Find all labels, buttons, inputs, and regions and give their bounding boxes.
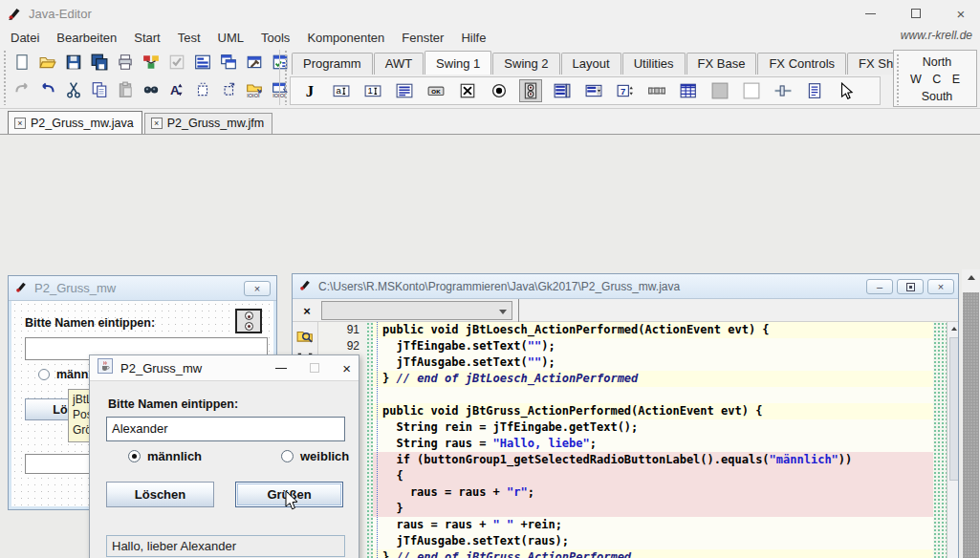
build-window-icon[interactable] — [244, 52, 265, 73]
palette-tab-fx-controls[interactable]: FX Controls — [757, 53, 846, 75]
mouse-cursor — [284, 490, 299, 515]
uml-icon[interactable] — [141, 52, 162, 73]
palette-item-table-icon[interactable] — [677, 79, 700, 102]
program-dialog[interactable]: P2_Gruss_mw × Bitte Namen eintippen: Ale… — [89, 354, 359, 558]
menu-bearbeiten[interactable]: Bearbeiten — [48, 28, 125, 48]
name-input-field[interactable]: Alexander — [106, 417, 345, 441]
redo-icon[interactable] — [11, 79, 33, 100]
palette-item-mouse-icon[interactable] — [835, 79, 858, 102]
code-editor-window[interactable]: C:\Users\R.MSKonto\Programmieren\Java\Gk… — [292, 273, 959, 558]
paste-icon[interactable] — [115, 79, 136, 100]
structure-icon[interactable] — [192, 52, 213, 73]
check-disabled-icon[interactable] — [166, 52, 187, 73]
palette-item-textarea-icon[interactable] — [393, 79, 416, 102]
palette-item-checkbox-icon[interactable] — [456, 79, 479, 102]
close-button[interactable]: × — [942, 0, 980, 27]
palette-tab-layout[interactable]: Layout — [561, 53, 621, 75]
radio-male[interactable]: männlich — [128, 449, 202, 463]
clear-button[interactable]: Löschen — [106, 482, 214, 507]
tab-close-icon[interactable]: × — [14, 118, 26, 129]
minimize-button[interactable] — [851, 0, 889, 27]
palette-tab-awt[interactable]: AWT — [374, 53, 424, 75]
palette-item-java-icon[interactable]: J — [298, 79, 321, 102]
palette-item-panel-gray-icon[interactable] — [708, 79, 731, 102]
open-folder-icon[interactable] — [37, 52, 58, 73]
palette-tab-utilities[interactable]: Utilities — [622, 53, 686, 75]
save-icon[interactable] — [63, 52, 84, 73]
menu-uml[interactable]: UML — [209, 28, 252, 48]
palette-item-slider-icon[interactable] — [772, 79, 795, 102]
menu-datei[interactable]: Datei — [2, 28, 48, 48]
palette-tab-fx-base[interactable]: FX Base — [686, 53, 757, 75]
designer-radio-male[interactable]: männ — [38, 368, 88, 381]
menu-komponenten[interactable]: Komponenten — [298, 28, 393, 48]
panel-frame-icon[interactable] — [218, 79, 239, 100]
dialog-titlebar[interactable]: P2_Gruss_mw × — [90, 355, 359, 381]
toolbar-grip[interactable] — [284, 50, 289, 105]
palette-item-button-icon[interactable]: OK — [425, 79, 447, 102]
palette-item-textpane-icon[interactable] — [803, 79, 826, 102]
palette-tab-swing-2[interactable]: Swing 2 — [492, 53, 559, 75]
find-icon[interactable] — [141, 79, 162, 100]
editor-restore-button[interactable] — [897, 279, 924, 294]
scrollbar-thumb[interactable] — [949, 337, 959, 481]
indent-guide — [377, 322, 378, 558]
palette-item-label-icon[interactable]: a — [330, 79, 353, 102]
scroll-up-icon[interactable] — [962, 269, 980, 286]
font-size-icon[interactable]: A — [166, 79, 187, 100]
new-file-icon[interactable] — [11, 52, 33, 73]
cut-icon[interactable] — [63, 79, 84, 100]
print-icon[interactable] — [115, 52, 136, 73]
editor-titlebar[interactable]: C:\Users\R.MSKonto\Programmieren\Java\Gk… — [293, 274, 958, 299]
menu-hilfe[interactable]: Hilfe — [452, 28, 494, 48]
designer-titlebar[interactable]: P2_Gruss_mw × — [9, 276, 276, 301]
border-south[interactable]: South — [904, 88, 970, 105]
designer-prompt-label[interactable]: Bitte Namen eintippen: — [25, 316, 155, 330]
file-tab-p2-gruss-mw-java[interactable]: ×P2_Gruss_mw.java — [8, 111, 142, 134]
border-north[interactable]: North — [904, 54, 970, 71]
palette-item-scrollbar-icon[interactable] — [645, 79, 668, 102]
border-west-center-east[interactable]: W C E — [904, 71, 970, 88]
dialog-maximize-button[interactable] — [310, 363, 319, 373]
save-all-icon[interactable] — [89, 52, 110, 73]
palette-item-panel-white-icon[interactable] — [740, 79, 763, 102]
editor-scrollbar[interactable] — [947, 322, 959, 558]
main-scrollbar[interactable] — [962, 269, 980, 558]
dialog-minimize-button[interactable] — [275, 368, 287, 369]
greeting-output-field[interactable]: Hallo, lieber Alexander — [106, 535, 345, 557]
designer-radiogroup-component[interactable] — [235, 309, 262, 333]
scrollbar-thumb[interactable] — [963, 292, 979, 558]
palette-item-list-icon[interactable] — [551, 79, 574, 102]
folder-search-icon[interactable] — [294, 326, 316, 347]
menu-test[interactable]: Test — [169, 28, 209, 48]
tab-close-icon[interactable]: × — [151, 118, 163, 129]
menu-start[interactable]: Start — [125, 28, 168, 48]
palette-item-spinner-icon[interactable]: 7 — [614, 79, 637, 102]
radio-female[interactable]: weiblich — [281, 449, 349, 463]
scroll-up-icon[interactable] — [947, 322, 959, 335]
close-method-icon[interactable]: × — [297, 301, 316, 320]
copy-icon[interactable] — [89, 79, 110, 100]
designer-close-button[interactable]: × — [244, 281, 271, 296]
borderlayout-selector[interactable]: North W C E South — [893, 50, 977, 107]
editor-minimize-button[interactable]: – — [866, 279, 893, 294]
palette-item-combobox-icon[interactable] — [582, 79, 605, 102]
palette-tab-programm[interactable]: Programm — [292, 53, 373, 75]
menu-tools[interactable]: Tools — [252, 28, 298, 48]
method-combobox[interactable] — [321, 301, 512, 320]
dialog-close-button[interactable]: × — [342, 360, 351, 376]
code-area[interactable]: public void jBtLoesch_ActionPerformed(Ac… — [373, 322, 933, 558]
editor-close-button[interactable]: × — [927, 279, 954, 294]
palette-item-radio-group-icon[interactable] — [519, 79, 542, 102]
menu-fenster[interactable]: Fenster — [393, 28, 452, 48]
folder-io-icon[interactable]: IOIOI — [244, 79, 265, 100]
cascade-windows-icon[interactable] — [218, 52, 239, 73]
frame-icon[interactable] — [192, 79, 213, 100]
palette-item-radio-icon[interactable] — [488, 79, 511, 102]
file-tab-p2-gruss-mw-jfm[interactable]: ×P2_Gruss_mw.jfm — [144, 113, 272, 134]
maximize-button[interactable] — [897, 0, 935, 27]
palette-tab-swing-1[interactable]: Swing 1 — [425, 51, 491, 75]
undo-icon[interactable] — [37, 79, 58, 100]
toolbar-grip[interactable] — [3, 50, 8, 105]
palette-item-number-label-icon[interactable]: 1 — [361, 79, 384, 102]
